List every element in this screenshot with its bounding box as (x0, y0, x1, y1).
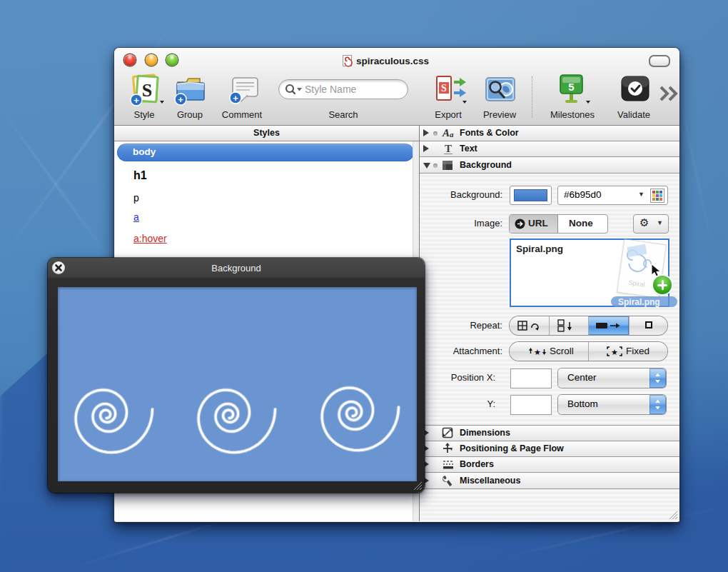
svg-text:A: A (442, 127, 450, 139)
svg-text:+: + (233, 93, 238, 104)
svg-text:Spiral: Spiral (628, 279, 645, 288)
svg-text:S: S (142, 80, 152, 101)
svg-text:★: ★ (534, 348, 541, 356)
svg-text:S: S (441, 83, 447, 94)
svg-text:5: 5 (568, 81, 574, 93)
svg-text:T: T (445, 143, 452, 154)
svg-text:★: ★ (611, 348, 618, 356)
svg-text:+: + (133, 95, 139, 106)
svg-text:a: a (450, 130, 454, 139)
svg-text:+: + (178, 94, 183, 105)
